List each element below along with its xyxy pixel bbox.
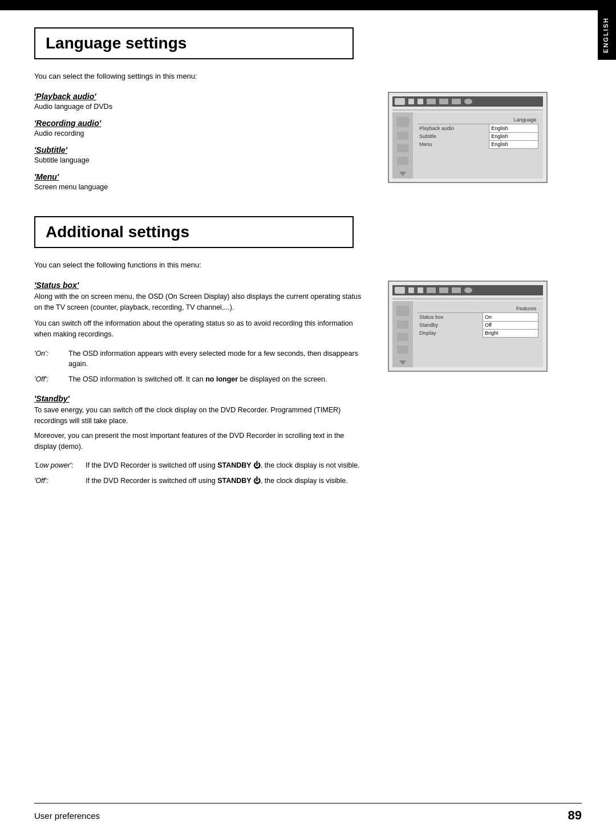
sidebar-tv-icon — [397, 157, 408, 165]
screen-icon-3 — [418, 99, 423, 104]
status-on-text: The OSD information appears with every s… — [68, 348, 365, 370]
standby-off-label: 'Off': — [34, 476, 86, 486]
additional-screen-row-3: Display Bright — [418, 329, 538, 337]
screen-icon-4 — [427, 99, 436, 104]
additional-screen-top-icons — [395, 287, 472, 294]
screen-sidebar — [392, 112, 413, 178]
screen-icon-6 — [452, 99, 461, 104]
add-screen-icon-5 — [439, 287, 448, 293]
language-screen-mockup-container: Language Playback audio English Subtitle… — [388, 92, 559, 183]
language-settings-title: Language settings — [46, 34, 342, 52]
standby-low-power-item: 'Low power': If the DVD Recorder is swit… — [34, 460, 365, 471]
status-box-para2: You can switch off the information about… — [34, 318, 365, 340]
add-screen-icon-2 — [408, 287, 414, 293]
add-sidebar-tv-icon — [397, 346, 408, 354]
language-screen-mockup: Language Playback audio English Subtitle… — [388, 92, 548, 183]
additional-screen-top-bar — [392, 285, 543, 295]
status-off-item: 'Off': The OSD information is switched o… — [34, 374, 365, 385]
playback-audio-desc: Audio language of DVDs — [34, 103, 365, 111]
footer-label: User preferences — [34, 811, 100, 821]
screen-top-icons — [395, 98, 472, 105]
standby-para2: Moreover, you can present the most impor… — [34, 431, 365, 453]
additional-screen-mockup: Features Status box On Standby Off — [388, 281, 548, 372]
standby-off-item: 'Off': If the DVD Recorder is switched o… — [34, 476, 365, 486]
footer-page-number: 89 — [568, 808, 582, 823]
additional-screen-mockup-container: Features Status box On Standby Off — [388, 281, 559, 372]
standby-item: 'Standby' To save energy, you can switch… — [34, 394, 365, 453]
add-screen-icon-6 — [452, 287, 461, 293]
screen-table-header: Language — [418, 116, 538, 124]
add-screen-icon-1 — [395, 287, 405, 294]
standby-title: 'Standby' — [34, 394, 365, 403]
additional-settings-title: Additional settings — [46, 223, 342, 241]
sidebar-vol-icon — [397, 132, 408, 140]
standby-power-bold: STANDBY ⏻ — [217, 461, 261, 469]
standby-low-power-label: 'Low power': — [34, 460, 86, 471]
screen-icon-5 — [439, 99, 448, 104]
screen-table-row-3: Menu English — [418, 140, 538, 148]
additional-settings-section: Additional settings You can select the f… — [34, 216, 559, 491]
menu-title: 'Menu' — [34, 172, 365, 181]
menu-item: 'Menu' Screen menu language — [34, 172, 365, 191]
additional-section-intro: You can select the following functions i… — [34, 261, 559, 269]
status-off-text: The OSD information is switched off. It … — [68, 374, 327, 385]
recording-audio-desc: Audio recording — [34, 129, 365, 137]
subtitle-desc: Subtitle language — [34, 156, 365, 164]
sidebar-chat-icon — [397, 144, 408, 152]
status-box-para1: Along with the on screen menu, the OSD (… — [34, 291, 365, 314]
standby-off-bold: STANDBY ⏻ — [217, 477, 261, 485]
screen-top-bar — [392, 96, 543, 107]
language-screen-table: Language Playback audio English Subtitle… — [418, 116, 538, 149]
add-screen-icon-4 — [427, 287, 436, 293]
screen-table-row-1: Playback audio English — [418, 124, 538, 133]
recording-audio-item: 'Recording audio' Audio recording — [34, 119, 365, 137]
menu-desc: Screen menu language — [34, 183, 365, 191]
standby-para1: To save energy, you can switch off the c… — [34, 405, 365, 427]
add-sidebar-vol-icon — [397, 320, 408, 328]
additional-screen-content: Features Status box On Standby Off — [413, 301, 543, 367]
screen-arrow-icon — [399, 172, 406, 176]
subtitle-item: 'Subtitle' Subtitle language — [34, 145, 365, 164]
add-screen-icon-3 — [418, 287, 423, 293]
language-settings-title-box: Language settings — [34, 27, 354, 59]
main-content: Language settings You can select the fol… — [0, 10, 593, 508]
additional-screen-table-header: Features — [418, 305, 538, 313]
sidebar-img-icon — [396, 117, 409, 127]
standby-low-power-text: If the DVD Recorder is switched off usin… — [86, 460, 360, 471]
no-longer-text: no longer — [205, 375, 238, 383]
additional-screen-inner: Features Status box On Standby Off — [392, 301, 543, 367]
status-on-label: 'On': — [34, 348, 68, 370]
playback-audio-item: 'Playback audio' Audio language of DVDs — [34, 92, 365, 111]
language-section-body: 'Playback audio' Audio language of DVDs … — [34, 92, 559, 199]
language-screen-content: Language Playback audio English Subtitle… — [413, 112, 543, 178]
additional-screen-sidebar — [392, 301, 413, 367]
footer: User preferences 89 — [34, 803, 582, 823]
screen-icon-1 — [395, 98, 405, 105]
screen-icon-7 — [464, 99, 472, 104]
status-box-item: 'Status box' Along with the on screen me… — [34, 281, 365, 340]
status-box-title: 'Status box' — [34, 281, 365, 290]
add-sidebar-chat-icon — [397, 333, 408, 341]
side-tab-english: ENGLISH — [598, 10, 616, 60]
top-bar — [0, 0, 616, 10]
language-screen-inner: Language Playback audio English Subtitle… — [392, 112, 543, 178]
playback-audio-title: 'Playback audio' — [34, 92, 365, 101]
screen-icon-2 — [408, 99, 414, 104]
add-sidebar-img-icon — [396, 306, 409, 316]
add-screen-icon-7 — [464, 287, 472, 293]
screen-table-row-2: Subtitle English — [418, 132, 538, 140]
standby-off-text: If the DVD Recorder is switched off usin… — [86, 476, 348, 486]
additional-screen-table: Features Status box On Standby Off — [418, 305, 538, 338]
additional-screen-row-2: Standby Off — [418, 321, 538, 329]
additional-section-body: 'Status box' Along with the on screen me… — [34, 281, 559, 491]
status-on-item: 'On': The OSD information appears with e… — [34, 348, 365, 370]
status-off-label: 'Off': — [34, 374, 68, 385]
additional-section-left: 'Status box' Along with the on screen me… — [34, 281, 365, 491]
additional-screen-row-1: Status box On — [418, 313, 538, 322]
subtitle-title: 'Subtitle' — [34, 145, 365, 155]
language-section-left: 'Playback audio' Audio language of DVDs … — [34, 92, 365, 199]
add-screen-arrow-icon — [399, 360, 406, 365]
recording-audio-title: 'Recording audio' — [34, 119, 365, 128]
language-section-intro: You can select the following settings in… — [34, 72, 559, 80]
additional-settings-title-box: Additional settings — [34, 216, 354, 248]
